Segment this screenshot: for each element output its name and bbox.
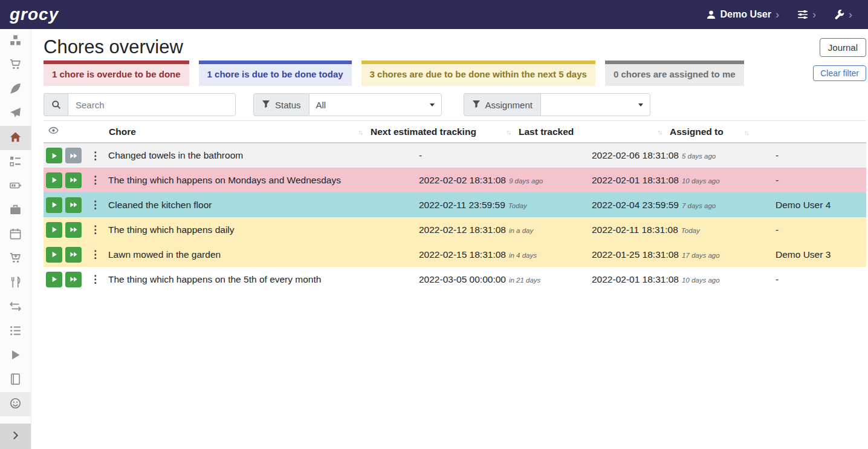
table-row: ⋮ The thing which happens on the 5th of … [44, 267, 866, 292]
chore-name: Changed towels in the bathroom [104, 143, 366, 168]
row-menu-button[interactable]: ⋮ [86, 273, 104, 286]
banner-assigned-filter[interactable]: 0 chores are assigned to me [605, 61, 744, 86]
topbar-menu: Demo User › › › [706, 9, 852, 20]
admin-menu[interactable]: › [834, 9, 852, 20]
sidebar-item-stock-overview[interactable] [0, 29, 31, 53]
sidebar-item-transfer[interactable] [0, 295, 31, 320]
banner-overdue-filter[interactable]: 1 chore is overdue to be done [44, 61, 189, 86]
chevron-right-icon: › [849, 9, 852, 20]
sidebar-item-meal-plan[interactable] [0, 102, 31, 126]
search-icon [44, 93, 68, 116]
table-header-row: Chore ↑↓ Next estimated tracking ↑↓ Last… [44, 121, 866, 143]
chore-name: Lawn mowed in the garden [104, 242, 366, 267]
status-select-value: All [316, 100, 326, 110]
filter-row: Status All Assignment [44, 93, 866, 116]
chevron-right-icon [10, 430, 21, 443]
sidebar-item-chores[interactable] [0, 126, 31, 150]
banner-due-soon-filter[interactable]: 3 chores are due to be done within the n… [361, 61, 595, 86]
sidebar-item-shopping-list[interactable] [0, 53, 31, 77]
skip-chore-button[interactable] [65, 272, 82, 287]
table-row: ⋮ Changed towels in the bathroom - 2022-… [44, 143, 866, 168]
row-menu-button[interactable]: ⋮ [86, 223, 104, 236]
track-chore-button[interactable] [46, 247, 62, 263]
row-actions: ⋮ [44, 267, 104, 292]
cart-plus-icon [10, 252, 21, 266]
topbar: grocy Demo User › › › [0, 0, 868, 29]
sidebar-item-journal-book[interactable] [0, 368, 31, 392]
track-chore-button[interactable] [46, 197, 62, 213]
column-visibility-toggle[interactable] [44, 121, 104, 143]
table-row: ⋮ The thing which happens on Mondays and… [44, 168, 866, 192]
track-chore-button[interactable] [46, 172, 62, 188]
skip-chore-button[interactable] [65, 222, 82, 238]
page-header: Chores overview Journal [44, 34, 866, 61]
sidebar-item-user-entities[interactable] [0, 392, 31, 416]
next-tracking-cell: 2022-02-15 18:31:08in 4 days [366, 242, 514, 267]
feather-icon [10, 83, 21, 97]
paper-plane-icon [10, 107, 21, 121]
sliders-icon [797, 9, 808, 20]
sort-icon: ↑↓ [744, 129, 748, 136]
track-chore-button[interactable] [46, 148, 62, 163]
eye-icon [48, 125, 59, 136]
column-header-next-tracking[interactable]: Next estimated tracking ↑↓ [366, 121, 514, 143]
sidebar-expand-button[interactable] [0, 424, 31, 449]
track-chore-button[interactable] [46, 272, 62, 287]
skip-chore-button[interactable] [65, 197, 82, 213]
sidebar-item-recipes[interactable] [0, 77, 31, 102]
utensils-icon [10, 277, 21, 290]
status-filter-group: Status All [253, 93, 442, 116]
user-menu[interactable]: Demo User › [706, 9, 779, 20]
skip-chore-button[interactable] [65, 172, 82, 188]
calendar-icon [10, 228, 21, 242]
status-select[interactable]: All [309, 93, 442, 116]
page-title: Chores overview [44, 36, 183, 58]
row-actions: ⋮ [44, 192, 104, 217]
chevron-right-icon: › [776, 9, 779, 20]
next-tracking-cell: - [366, 143, 514, 168]
chore-name: The thing which happens on the 5th of ev… [104, 267, 366, 292]
sidebar-item-tasks[interactable] [0, 150, 31, 174]
sidebar-item-equipment[interactable] [0, 198, 31, 223]
sidebar-item-consume[interactable] [0, 271, 31, 295]
table-row: ⋮ Lawn mowed in the garden 2022-02-15 18… [44, 242, 866, 267]
settings-menu[interactable]: › [797, 9, 816, 20]
battery-icon [10, 180, 21, 194]
grocy-logo[interactable]: grocy [10, 5, 59, 24]
last-tracked-cell: 2022-02-11 18:31:08Today [514, 217, 665, 242]
clear-filter-button[interactable]: Clear filter [813, 65, 866, 81]
sidebar-item-chore-tracking[interactable] [0, 344, 31, 368]
search-input[interactable] [68, 93, 236, 116]
play-icon [10, 349, 21, 363]
skip-chore-button[interactable] [65, 247, 82, 263]
column-header-chore[interactable]: Chore ↑↓ [104, 121, 366, 143]
track-chore-button[interactable] [46, 222, 62, 238]
home-icon [10, 131, 21, 145]
assignment-select[interactable] [540, 93, 650, 116]
row-actions: ⋮ [44, 217, 104, 242]
book-icon [10, 373, 21, 387]
next-tracking-cell: 2022-02-12 18:31:08in a day [366, 217, 514, 242]
row-menu-button[interactable]: ⋮ [86, 198, 104, 211]
banner-due-today-filter[interactable]: 1 chore is due to be done today [199, 61, 352, 86]
journal-button[interactable]: Journal [820, 38, 866, 57]
row-menu-button[interactable]: ⋮ [86, 174, 104, 186]
smiley-icon [10, 398, 21, 411]
table-row: ⋮ Cleaned the kitchen floor 2022-02-11 2… [44, 192, 866, 217]
column-header-last-tracked[interactable]: Last tracked ↑↓ [514, 121, 665, 143]
sidebar-item-purchase[interactable] [0, 247, 31, 271]
next-tracking-cell: 2022-03-05 00:00:00in 21 days [366, 267, 514, 292]
row-menu-button[interactable]: ⋮ [86, 248, 104, 261]
sidebar [0, 29, 31, 449]
last-tracked-cell: 2022-02-04 23:59:597 days ago [514, 192, 665, 217]
row-menu-button[interactable]: ⋮ [86, 149, 104, 162]
sidebar-item-calendar[interactable] [0, 223, 31, 247]
column-header-assigned-to[interactable]: Assigned to ↑↓ [665, 121, 866, 143]
user-icon [706, 10, 716, 20]
sidebar-item-batteries[interactable] [0, 174, 31, 198]
sidebar-item-inventory[interactable] [0, 320, 31, 344]
boxes-icon [10, 34, 21, 48]
last-tracked-cell: 2022-02-06 18:31:085 days ago [514, 143, 665, 168]
next-tracking-cell: 2022-02-02 18:31:089 days ago [366, 168, 514, 192]
chevron-right-icon: › [812, 9, 816, 20]
